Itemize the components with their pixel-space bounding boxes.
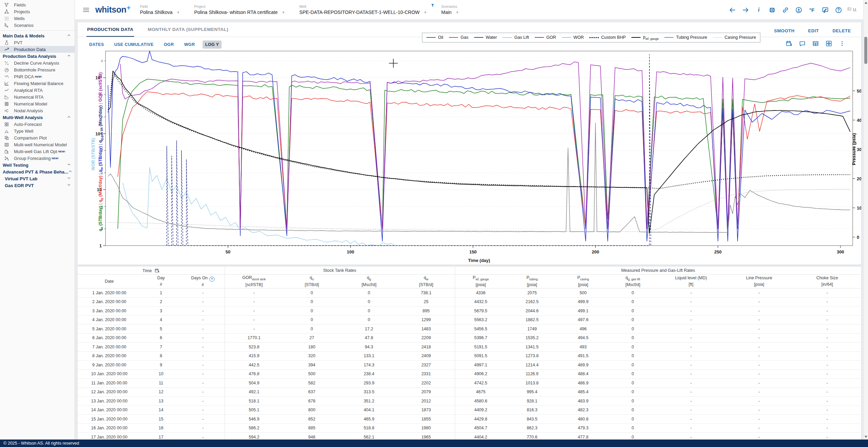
- sidebar-section-main-data-models[interactable]: Main Data & Models: [0, 32, 75, 39]
- whitson-logo[interactable]: whitson+: [95, 5, 130, 15]
- scroll-up-icon[interactable]: [865, 2, 867, 4]
- legend-item-casing-pressure[interactable]: Casing Pressure: [713, 35, 756, 40]
- table-row[interactable]: 2 Jan. 2020 00:002--00254432.52162.5499.…: [78, 297, 861, 307]
- table-row[interactable]: 8 Jan. 2020 00:008-415.9320133.124095091…: [78, 351, 861, 361]
- sidebar-item-multi-well-gas-lift-opt[interactable]: Multi-well Gas Lift OptNEW!: [0, 148, 75, 155]
- table-row[interactable]: 10 Jan. 2020 00:0010-476.8500238.4233149…: [78, 369, 861, 379]
- table-row[interactable]: 12 Jan. 2020 00:0012-492.1637313.5207946…: [78, 387, 861, 397]
- kebab-icon[interactable]: [838, 39, 846, 48]
- legend-line-sample: [562, 37, 571, 38]
- user-avatar[interactable]: U.: [847, 7, 857, 13]
- scroll-thumb[interactable]: [864, 37, 867, 64]
- calendar-download-icon[interactable]: [785, 39, 793, 48]
- table-row[interactable]: 15 Jan. 2020 00:0015-546.9852465.9185544…: [78, 415, 861, 424]
- temperature-unit-button[interactable]: °F: [807, 5, 816, 14]
- page-scrollbar[interactable]: [863, 0, 868, 440]
- sidebar-section-well-testing[interactable]: Well Testing: [0, 162, 75, 168]
- table-row[interactable]: 17 Jan. 2020 00:0017-594.2946562.1196544…: [78, 433, 861, 440]
- calendar-download-icon[interactable]: [152, 268, 160, 273]
- legend-line-sample: [535, 37, 544, 38]
- sidebar-item-multi-well-numerical-model[interactable]: Multi-well Numerical Model: [0, 141, 75, 148]
- legend-item-gor[interactable]: GOR: [535, 35, 556, 40]
- sidebar-item-wells[interactable]: Wells: [0, 15, 75, 22]
- sidebar-item-analytical-rta[interactable]: Analytical RTA: [0, 87, 75, 94]
- legend-item-oil[interactable]: Oil: [427, 35, 443, 40]
- svg-text:200: 200: [592, 249, 599, 254]
- table-row[interactable]: 3 Jan. 2020 00:003--008955679.52044.6499…: [78, 307, 861, 316]
- delete-button[interactable]: DELETE: [833, 28, 851, 33]
- column-header-line-pressure: Line Pressure[psia]: [725, 275, 793, 288]
- sidebar-item-numerical-model[interactable]: Numerical Model: [0, 100, 75, 107]
- legend-item-tubing-pressure[interactable]: Tubing Pressure: [664, 35, 707, 40]
- table-icon[interactable]: [811, 39, 820, 48]
- smooth-button[interactable]: SMOOTH: [774, 28, 794, 33]
- tab-production-data[interactable]: PRODUCTION DATA: [86, 27, 134, 37]
- table-row[interactable]: 11 Jan. 2020 00:0011-504.9582293.9220247…: [78, 379, 861, 388]
- sidebar-item-comparison-plot[interactable]: Comparison Plot: [0, 134, 75, 141]
- legend-item-gas[interactable]: Gas: [449, 35, 468, 40]
- chart-region[interactable]: qo (STB/day) | qg (Mscf/day) | qw (STB/d…: [78, 50, 861, 265]
- wgr-button[interactable]: WGR: [181, 40, 198, 49]
- info-icon[interactable]: i: [754, 5, 763, 14]
- legend-item-wor[interactable]: WOR: [562, 35, 584, 40]
- sidebar-item-auto-forecast[interactable]: Auto-Forecast: [0, 121, 75, 128]
- sidebar-item-numerical-rta[interactable]: Numerical RTA: [0, 94, 75, 100]
- column-header-pcasing: Pcasing[psia]: [558, 275, 609, 288]
- table-row[interactable]: 1 Jan. 2020 00:001--00738.1433620755000-…: [78, 288, 861, 298]
- globe-icon[interactable]: [768, 5, 776, 14]
- sidebar-item-nodal-analysis[interactable]: Nodal Analysis: [0, 107, 75, 114]
- table-row[interactable]: 14 Jan. 2020 00:0014-505.1800404.1187344…: [78, 405, 861, 415]
- ogr-button[interactable]: OGR: [161, 40, 177, 49]
- legend-item-custom-bhp[interactable]: Custom BHP: [590, 35, 626, 40]
- dates-button[interactable]: DATES: [86, 40, 107, 49]
- sidebar-item-gas-eor-pvt[interactable]: Gas EOR PVT: [0, 182, 75, 189]
- legend-item-gas-lift[interactable]: Gas Lift: [503, 35, 529, 40]
- sidebar-section-multi-well-analysis[interactable]: Multi-Well Analysis: [0, 114, 75, 121]
- sidebar-item-virtual-pvt-lab[interactable]: Virtual PVT Lab: [0, 175, 75, 182]
- field-select[interactable]: FieldPolina Shilkova▾: [140, 4, 179, 15]
- sidebar-item-decline-curve-analysis[interactable]: Decline Curve Analysis: [0, 60, 75, 66]
- download-icon[interactable]: [794, 5, 803, 14]
- project-select[interactable]: ProjectPolina Shilkova- whitson RTA cert…: [194, 4, 284, 15]
- sidebar-section-production-data-analysis[interactable]: Production Data Analysis: [0, 53, 75, 60]
- sidebar-item-pvt[interactable]: PVT: [0, 39, 75, 46]
- edit-button[interactable]: EDIT: [808, 28, 819, 33]
- sidebar-item-group-forecasting[interactable]: Group ForecastingNEW!: [0, 155, 75, 162]
- table-row[interactable]: 9 Jan. 2020 00:009-442.5394174.323274997…: [78, 361, 861, 370]
- link-icon[interactable]: [781, 5, 790, 14]
- feedback-icon[interactable]: [821, 5, 830, 14]
- sidebar-item-pnr-dca[interactable]: PNR DCANEW!: [0, 73, 75, 80]
- sidebar-item-bottomhole-pressure[interactable]: Bottomhole Pressure: [0, 66, 75, 73]
- log-y-button[interactable]: LOG Y: [203, 40, 222, 49]
- sidebar-item-fields[interactable]: Fields: [0, 1, 75, 8]
- sidebar-item-type-well[interactable]: Type Well: [0, 128, 75, 134]
- legend-item-p[interactable]: pwf, gauge: [631, 35, 659, 40]
- tab-monthly-data-supplemental-[interactable]: MONTHLY DATA (SUPPLEMENTAL): [147, 27, 229, 37]
- menu-icon[interactable]: [82, 6, 90, 14]
- filter-icon[interactable]: [431, 3, 436, 10]
- back-arrow-icon[interactable]: [728, 5, 737, 14]
- well-select[interactable]: WellSPE-DATA-REPOSITORY-DATASET-1-WELL-1…: [299, 4, 426, 15]
- table-row[interactable]: 5 Jan. 2020 00:005--017.214835456.517494…: [78, 325, 861, 334]
- help-icon[interactable]: [834, 5, 843, 14]
- help-icon[interactable]: ?: [209, 277, 214, 282]
- forward-arrow-icon[interactable]: [741, 5, 750, 14]
- table-row[interactable]: 7 Jan. 2020 00:007-523.818094.324185191.…: [78, 343, 861, 352]
- table-row[interactable]: 4 Jan. 2020 00:004--0012995563.21882.549…: [78, 315, 861, 325]
- table-row[interactable]: 13 Jan. 2020 00:0013-518.1678351.2201245…: [78, 397, 861, 406]
- legend-item-water[interactable]: Water: [474, 35, 497, 40]
- scenarios-select[interactable]: ScenariosMain▾: [441, 4, 458, 15]
- expand-icon[interactable]: [825, 39, 833, 48]
- sidebar-section-advanced-pvt-phase-beha-[interactable]: Advanced PVT & Phase Beha...: [0, 168, 75, 175]
- production-chart[interactable]: 11010²10³2525252010002000300040005000501…: [78, 50, 861, 265]
- column-header-choke-size: Choke Size[in/64]: [793, 275, 861, 288]
- sidebar-item-scenarios[interactable]: Scenarios: [0, 22, 75, 29]
- sidebar-item-production-data[interactable]: Production Data: [0, 46, 75, 53]
- use-cumulative-button[interactable]: USE CUMULATIVE: [111, 40, 156, 49]
- sidebar-item-projects[interactable]: Projects: [0, 8, 75, 15]
- comment-icon[interactable]: [798, 39, 806, 48]
- sidebar-item-flowing-material-balance[interactable]: Flowing Material Balance: [0, 80, 75, 87]
- table-row[interactable]: 16 Jan. 2020 00:0016-586.2885518.8198045…: [78, 424, 861, 433]
- scroll-down-icon[interactable]: [865, 436, 867, 438]
- table-row[interactable]: 6 Jan. 2020 00:006-1770.12747.822095396.…: [78, 333, 861, 343]
